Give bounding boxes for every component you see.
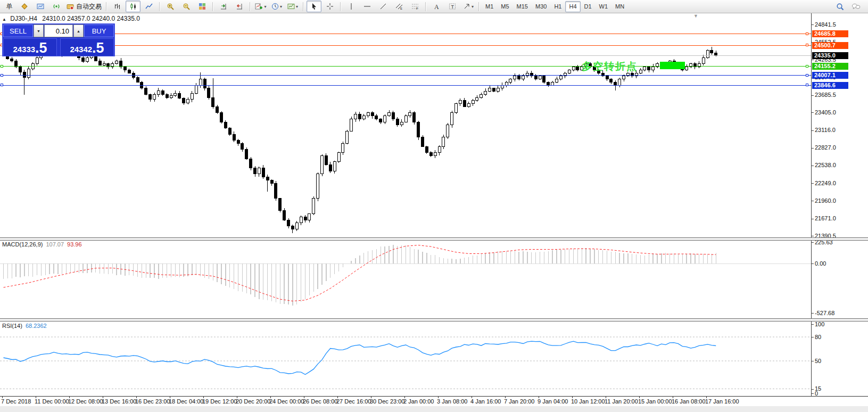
hline-icon[interactable] bbox=[360, 1, 375, 12]
price-level-line[interactable] bbox=[0, 85, 811, 86]
macd-axis-tick bbox=[811, 242, 814, 243]
buy-price-display[interactable]: 24342 .5 bbox=[60, 38, 114, 56]
buy-button[interactable]: BUY bbox=[84, 24, 114, 37]
cursor-icon[interactable] bbox=[307, 1, 321, 12]
candle-body bbox=[228, 128, 231, 135]
charts-window-icon[interactable] bbox=[33, 1, 48, 12]
candle-body bbox=[283, 211, 286, 220]
collapse-icon[interactable]: ▲ bbox=[2, 17, 6, 22]
price-level-line[interactable] bbox=[0, 34, 811, 34]
candle-body bbox=[702, 57, 705, 64]
gold-diamond-icon[interactable] bbox=[17, 1, 32, 12]
shapes-icon[interactable]: ▾ bbox=[461, 1, 476, 12]
candle-body bbox=[451, 113, 453, 125]
volume-increase-button[interactable]: ▲ bbox=[73, 24, 84, 37]
label-icon[interactable]: T bbox=[445, 1, 460, 12]
candle-body bbox=[413, 113, 416, 122]
line-handle[interactable] bbox=[1, 74, 3, 77]
search-icon[interactable] bbox=[832, 1, 847, 12]
zoom-out-icon[interactable] bbox=[179, 1, 194, 12]
autotrade-icon[interactable]: 自动交易 bbox=[65, 1, 103, 12]
candlestick-icon[interactable] bbox=[126, 1, 140, 12]
time-axis-label: 18 Dec 04:00 bbox=[169, 398, 203, 405]
sell-button[interactable]: SELL bbox=[3, 24, 33, 37]
candle-body bbox=[534, 76, 537, 79]
timeframe-button-m30[interactable]: M30 bbox=[532, 1, 550, 12]
candle-body bbox=[480, 94, 483, 97]
candle-body bbox=[216, 106, 219, 113]
sell-price-display[interactable]: 24333 .5 bbox=[3, 38, 57, 56]
candle-body bbox=[543, 76, 545, 83]
line-handle[interactable] bbox=[1, 84, 3, 86]
candle-body bbox=[337, 153, 340, 162]
time-axis-border bbox=[0, 396, 868, 397]
toolbar-separator bbox=[478, 2, 480, 11]
volume-input[interactable] bbox=[44, 24, 73, 37]
toolbar-separator bbox=[340, 2, 341, 11]
zoom-in-icon[interactable] bbox=[163, 1, 178, 12]
signal-icon[interactable] bbox=[49, 1, 64, 12]
time-axis-label: 9 Jan 04:00 bbox=[538, 398, 568, 405]
candle-body bbox=[245, 150, 248, 159]
svg-text:A: A bbox=[434, 3, 439, 11]
candle-body bbox=[321, 155, 324, 174]
pane-separator-rsi[interactable] bbox=[0, 318, 868, 322]
candle-body bbox=[191, 93, 193, 100]
timeframe-button-mn[interactable]: MN bbox=[611, 1, 628, 12]
timeframe-button-d1[interactable]: D1 bbox=[581, 1, 596, 12]
price-axis-tick bbox=[811, 95, 814, 96]
crosshair-icon[interactable] bbox=[323, 1, 337, 12]
pane-separator-macd[interactable] bbox=[0, 237, 868, 241]
line-handle[interactable] bbox=[806, 44, 808, 46]
new-order-partial-button[interactable]: 单 bbox=[1, 1, 16, 12]
line-handle[interactable] bbox=[806, 32, 808, 35]
annotation-text[interactable]: 多空转折点 bbox=[582, 60, 638, 73]
time-axis-label: 19 Dec 12:00 bbox=[202, 398, 237, 405]
price-axis-tick bbox=[811, 24, 814, 25]
chevron-down-icon: ▾ bbox=[264, 4, 266, 9]
timeframe-button-h4[interactable]: H4 bbox=[565, 1, 580, 12]
timeframe-button-m5[interactable]: M5 bbox=[497, 1, 512, 12]
candle-body bbox=[568, 70, 571, 73]
new-chart-icon[interactable]: ▾ bbox=[253, 1, 268, 12]
fibonacci-icon[interactable]: F bbox=[408, 1, 423, 12]
bar-chart-icon[interactable] bbox=[110, 1, 125, 12]
candle-body bbox=[379, 119, 382, 122]
candle-body bbox=[354, 114, 357, 119]
line-handle[interactable] bbox=[1, 65, 3, 68]
highlight-box[interactable] bbox=[660, 62, 685, 69]
candle-body bbox=[98, 61, 101, 65]
candle-body bbox=[572, 67, 575, 70]
timeframe-button-w1[interactable]: W1 bbox=[596, 1, 612, 12]
price-level-line[interactable] bbox=[0, 55, 811, 56]
template-icon[interactable]: ▾ bbox=[285, 1, 300, 12]
price-axis-tick bbox=[811, 166, 814, 166]
timeframe-button-m15[interactable]: M15 bbox=[513, 1, 532, 12]
chart-shift-icon[interactable] bbox=[232, 1, 247, 12]
candle-body bbox=[199, 79, 202, 86]
time-axis-label: 26 Dec 08:00 bbox=[303, 398, 337, 405]
period-clock-icon[interactable]: ▾ bbox=[269, 1, 284, 12]
price-axis-label: 23405.0 bbox=[815, 109, 836, 116]
time-axis-label: 16 Dec 23:00 bbox=[135, 398, 170, 405]
channel-icon[interactable]: E bbox=[392, 1, 407, 12]
price-level-line[interactable] bbox=[0, 45, 811, 46]
trendline-icon[interactable] bbox=[376, 1, 391, 12]
autoscroll-icon[interactable] bbox=[216, 1, 231, 12]
price-axis-label: 23685.5 bbox=[815, 92, 836, 98]
timeframe-button-m1[interactable]: M1 bbox=[482, 1, 497, 12]
price-level-line[interactable] bbox=[0, 75, 811, 76]
mt4-terminal: 单自动交易▾▾▾EFAT▾M1M5M15M30H1H4D1W1MN ▲ DJ30… bbox=[0, 0, 868, 412]
line-handle[interactable] bbox=[806, 65, 808, 68]
price-level-line[interactable] bbox=[0, 66, 811, 67]
line-handle[interactable] bbox=[806, 84, 808, 86]
timeframe-button-h1[interactable]: H1 bbox=[550, 1, 565, 12]
tile-windows-icon[interactable] bbox=[195, 1, 210, 12]
price-axis-label: 22827.0 bbox=[815, 144, 836, 151]
chat-icon[interactable] bbox=[848, 1, 863, 12]
line-handle[interactable] bbox=[806, 74, 808, 77]
volume-decrease-button[interactable]: ▼ bbox=[34, 24, 44, 37]
text-icon[interactable]: A bbox=[429, 1, 444, 12]
vline-icon[interactable] bbox=[344, 1, 359, 12]
line-chart-icon[interactable] bbox=[142, 1, 156, 12]
